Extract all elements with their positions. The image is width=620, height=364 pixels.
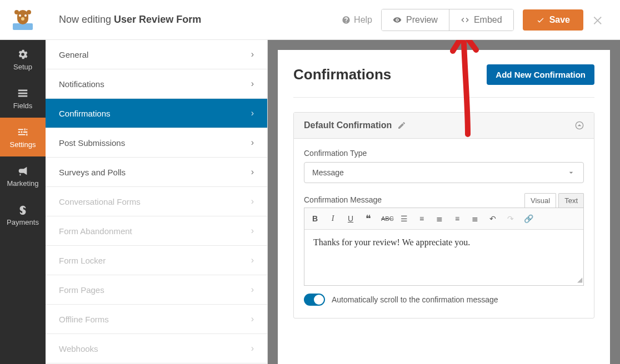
nav-settings-label: Settings — [10, 140, 36, 149]
nav-setup[interactable]: Setup — [0, 40, 46, 79]
bullet-list-button[interactable]: ☰ — [399, 214, 409, 223]
embed-label: Embed — [474, 15, 502, 25]
quote-button[interactable]: ❝ — [363, 213, 373, 225]
nav-marketing-label: Marketing — [7, 179, 38, 188]
nav-fields[interactable]: Fields — [0, 79, 46, 118]
link-button[interactable]: 🔗 — [523, 214, 533, 223]
settings-item-confirmations[interactable]: Confirmations› — [46, 99, 267, 128]
editor-toolbar: B I U ❝ ABC ☰ ≡ ≣ ≡ ≣ — [304, 208, 583, 230]
nav-marketing[interactable]: Marketing — [0, 156, 46, 195]
check-icon — [536, 16, 545, 24]
italic-button[interactable]: I — [328, 214, 338, 223]
settings-item-post-submissions[interactable]: Post Submissions› — [46, 128, 267, 158]
message-content: Thanks for your review! We appreciate yo… — [313, 237, 470, 247]
svg-point-4 — [21, 17, 24, 21]
preview-embed-group: Preview Embed — [381, 9, 514, 31]
editor-tab-text[interactable]: Text — [558, 193, 584, 208]
align-right-button[interactable]: ≣ — [470, 214, 480, 223]
settings-item-webhooks[interactable]: Webhooks› — [46, 334, 267, 363]
chevron-right-icon: › — [251, 49, 254, 59]
svg-point-2 — [19, 14, 21, 17]
help-button[interactable]: Help — [342, 15, 372, 25]
number-list-button[interactable]: ≡ — [417, 214, 427, 223]
save-button[interactable]: Save — [523, 9, 583, 31]
chevron-right-icon: › — [251, 167, 254, 177]
chevron-right-icon: › — [251, 285, 254, 295]
nav-fields-label: Fields — [13, 102, 33, 110]
settings-item-abandonment[interactable]: Form Abandonment› — [46, 216, 267, 246]
preview-button[interactable]: Preview — [382, 9, 449, 31]
panel-header[interactable]: Default Confirmation — [294, 113, 594, 139]
align-center-button[interactable]: ≡ — [452, 214, 462, 223]
chevron-right-icon: › — [251, 79, 254, 89]
chevron-right-icon: › — [251, 343, 254, 353]
confirmation-type-select[interactable]: Message — [304, 162, 584, 183]
side-nav: Setup Fields Settings Marketing Payments — [0, 40, 46, 364]
preview-label: Preview — [406, 15, 438, 25]
help-label: Help — [354, 15, 372, 25]
pencil-icon[interactable] — [397, 121, 406, 130]
confirmation-type-label: Confirmation Type — [304, 149, 584, 158]
chevron-right-icon: › — [251, 138, 254, 148]
confirmation-message-label: Confirmation Message — [304, 195, 382, 204]
top-bar: Now editing User Review Form Help Previe… — [0, 0, 620, 40]
settings-item-general[interactable]: General› — [46, 40, 267, 69]
list-icon — [17, 87, 29, 99]
chevron-down-icon — [567, 168, 576, 177]
gear-icon — [17, 48, 29, 60]
nav-payments-label: Payments — [7, 218, 39, 226]
settings-item-pages[interactable]: Form Pages› — [46, 275, 267, 305]
confirmation-panel: Default Confirmation Confirmation Type M… — [293, 112, 594, 318]
add-new-confirmation-button[interactable]: Add New Confirmation — [487, 64, 594, 85]
save-label: Save — [549, 15, 570, 25]
settings-item-offline[interactable]: Offline Forms› — [46, 305, 267, 334]
redo-button[interactable]: ↷ — [506, 214, 516, 223]
settings-panel: General› Notifications› Confirmations› P… — [46, 40, 268, 364]
svg-point-6 — [27, 10, 31, 14]
close-icon — [592, 14, 604, 27]
page-title: Confirmations — [293, 66, 391, 83]
settings-item-surveys[interactable]: Surveys and Polls› — [46, 158, 267, 187]
svg-point-5 — [14, 10, 19, 14]
close-button[interactable] — [592, 11, 604, 29]
help-icon — [342, 16, 351, 24]
panel-title: Default Confirmation — [304, 120, 392, 130]
bold-button[interactable]: B — [310, 214, 320, 223]
settings-item-conversational[interactable]: Conversational Forms› — [46, 187, 267, 216]
settings-item-locker[interactable]: Form Locker› — [46, 246, 267, 275]
form-canvas: Confirmations Add New Confirmation Defau… — [268, 40, 620, 364]
chevron-right-icon: › — [251, 108, 254, 118]
strike-button[interactable]: ABC — [381, 215, 391, 222]
message-textarea[interactable]: Thanks for your review! We appreciate yo… — [304, 230, 583, 285]
svg-point-3 — [24, 14, 27, 17]
auto-scroll-toggle[interactable] — [304, 294, 325, 306]
bullhorn-icon — [17, 165, 29, 177]
editor-tab-visual[interactable]: Visual — [524, 193, 556, 208]
rich-text-editor: B I U ❝ ABC ☰ ≡ ≣ ≡ ≣ — [304, 208, 584, 286]
nav-settings[interactable]: Settings — [0, 118, 46, 156]
align-left-button[interactable]: ≣ — [434, 214, 444, 223]
resize-handle-icon: ◢ — [577, 276, 582, 284]
embed-button[interactable]: Embed — [449, 9, 513, 31]
sliders-icon — [17, 126, 29, 138]
eye-icon — [393, 16, 402, 24]
nav-setup-label: Setup — [13, 63, 32, 71]
undo-button[interactable]: ↶ — [488, 214, 498, 223]
code-icon — [461, 16, 469, 24]
settings-item-notifications[interactable]: Notifications› — [46, 69, 267, 99]
dollar-icon — [17, 204, 29, 216]
underline-button[interactable]: U — [346, 214, 356, 223]
selected-value: Message — [312, 168, 344, 177]
chevron-right-icon: › — [251, 226, 254, 236]
chevron-right-icon: › — [251, 314, 254, 324]
chevron-right-icon: › — [251, 196, 254, 206]
chevron-up-icon[interactable] — [575, 121, 584, 130]
editing-title: Now editing User Review Form — [46, 14, 342, 26]
app-logo — [0, 0, 46, 40]
editing-prefix: Now editing — [59, 14, 111, 25]
auto-scroll-label: Automatically scroll to the confirmation… — [332, 295, 498, 304]
form-name: User Review Form — [114, 14, 201, 25]
nav-payments[interactable]: Payments — [0, 195, 46, 234]
chevron-right-icon: › — [251, 255, 254, 265]
confirmations-card: Confirmations Add New Confirmation Defau… — [278, 50, 610, 364]
